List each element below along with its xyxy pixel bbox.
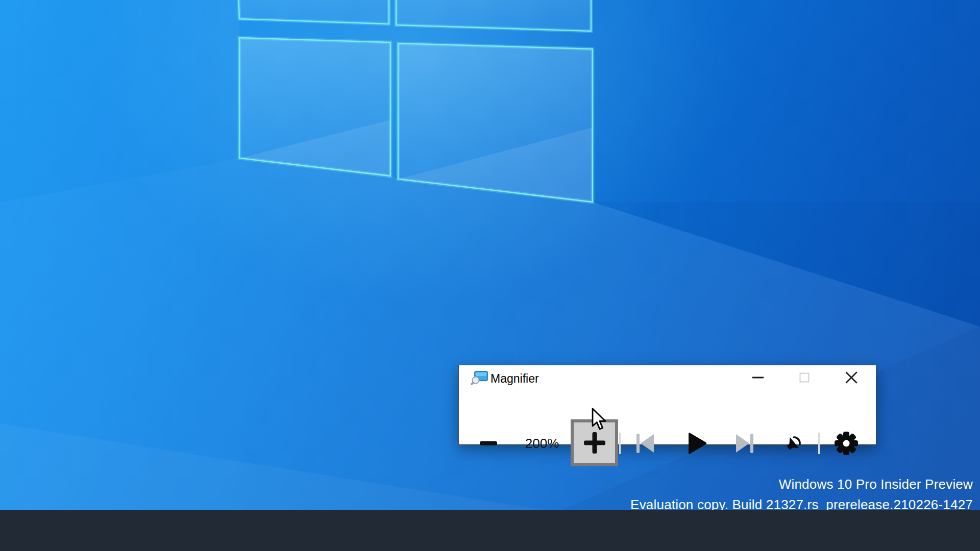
close-icon bbox=[845, 371, 857, 384]
toolbar-separator bbox=[619, 433, 621, 454]
settings-button[interactable] bbox=[833, 430, 860, 457]
next-sentence-button[interactable] bbox=[732, 432, 756, 455]
minimize-icon bbox=[752, 376, 764, 379]
reading-voice-button[interactable] bbox=[780, 430, 807, 457]
magnifier-titlebar[interactable]: Magnifier bbox=[459, 365, 876, 390]
play-icon bbox=[687, 432, 708, 455]
plus-icon bbox=[582, 431, 607, 455]
magnifier-app-icon bbox=[470, 370, 488, 386]
zoom-out-button[interactable] bbox=[474, 433, 503, 454]
gear-icon bbox=[833, 430, 860, 457]
screen: Windows 10 Pro Insider Preview Evaluatio… bbox=[0, 0, 980, 551]
play-reading-button[interactable] bbox=[685, 431, 709, 456]
magnifier-window: Magnifier bbox=[458, 365, 876, 445]
watermark-edition: Windows 10 Pro Insider Preview bbox=[779, 477, 973, 492]
toolbar-separator bbox=[818, 433, 820, 454]
minimize-button[interactable] bbox=[741, 365, 775, 390]
magnifier-toolbar: 200% bbox=[459, 390, 876, 445]
zoom-level-value: 200% bbox=[512, 435, 572, 452]
maximize-icon bbox=[799, 372, 810, 383]
taskbar: Collection Book 10:07 AM 2/27/2021 bbox=[0, 510, 980, 551]
minus-icon bbox=[479, 441, 498, 446]
previous-sentence-button[interactable] bbox=[634, 432, 657, 455]
skip-back-icon bbox=[635, 433, 656, 454]
speaker-icon bbox=[780, 430, 807, 457]
window-title: Magnifier bbox=[491, 372, 539, 385]
skip-forward-icon bbox=[733, 433, 755, 454]
mouse-cursor bbox=[591, 408, 609, 431]
maximize-button[interactable] bbox=[788, 365, 821, 390]
close-button[interactable] bbox=[835, 365, 868, 390]
